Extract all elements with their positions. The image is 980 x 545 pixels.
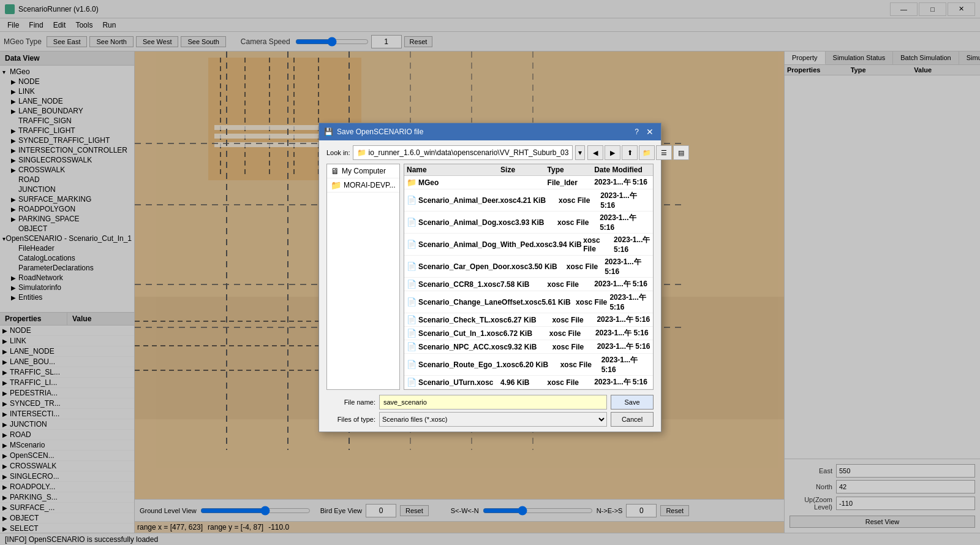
cancel-button[interactable]: Cancel (611, 412, 654, 427)
file-row[interactable]: 📄Scenario_Animal_Deer.xosc 4.21 KiB xosc… (404, 189, 653, 212)
nav-up-button[interactable]: ⬆ (622, 145, 638, 160)
file-row[interactable]: 📄Scenario_Change_LaneOffset.xosc 5.61 Ki… (404, 291, 653, 313)
dialog-sidebar: 🖥My Computer📁MORAI-DEVP... (326, 164, 400, 390)
dialog-body: Look in: 📁 io_runner_1.6.0_win\data\open… (319, 140, 661, 432)
dialog-sidebar-item[interactable]: 📁MORAI-DEVP... (327, 178, 399, 192)
file-row[interactable]: 📄Scenario_Cut_In_1.xosc 6.72 KiB xosc Fi… (404, 327, 653, 340)
lookin-dropdown-button[interactable]: ▾ (575, 145, 585, 160)
file-col-name[interactable]: Name (407, 166, 500, 174)
file-list-header: Name Size Type Date Modified (404, 164, 653, 176)
dialog-footer: File name: Save Files of type: Scenario … (326, 395, 654, 427)
save-dialog: 💾 Save OpenSCENARIO file ? ✕ Look in: 📁 … (318, 123, 662, 432)
file-rows-container: 📁MGeo File_lder 2023-1...午 5:16 📄Scenari… (404, 176, 653, 389)
dialog-help-button[interactable]: ? (632, 127, 641, 137)
lookin-path-text: io_runner_1.6.0_win\data\openscenario\VV… (369, 148, 569, 157)
nav-view-list-button[interactable]: ☰ (656, 145, 672, 160)
file-row[interactable]: 📁MGeo File_lder 2023-1...午 5:16 (404, 176, 653, 189)
nav-view-detail-button[interactable]: ▤ (673, 145, 689, 160)
lookin-row: Look in: 📁 io_runner_1.6.0_win\data\open… (326, 145, 654, 160)
filetype-row: Files of type: Scenario files (*.xosc) C… (326, 412, 654, 427)
save-button[interactable]: Save (611, 395, 654, 410)
filename-row: File name: Save (326, 395, 654, 410)
file-list: Name Size Type Date Modified 📁MGeo File_… (404, 164, 654, 390)
file-row[interactable]: 📄Scenario_UTurn.xosc 4.96 KiB xosc File … (404, 376, 653, 389)
dialog-title: Save OpenSCENARIO file (337, 128, 423, 136)
lookin-label: Look in: (326, 149, 350, 156)
file-row[interactable]: 📄Scenario_Route_Ego_1.xosc 6.20 KiB xosc… (404, 354, 653, 376)
file-row[interactable]: 📄Scenario_Car_Open_Door.xosc 3.50 KiB xo… (404, 256, 653, 278)
file-row[interactable]: 📄Scenario_Animal_Dog.xosc 3.93 KiB xosc … (404, 212, 653, 234)
file-col-type[interactable]: Type (548, 166, 595, 174)
filetype-select[interactable]: Scenario files (*.xosc) (379, 412, 607, 427)
folder-icon-lookin: 📁 (357, 148, 366, 157)
filetype-label: Files of type: (326, 416, 375, 423)
dialog-overlay: 💾 Save OpenSCENARIO file ? ✕ Look in: 📁 … (0, 0, 980, 545)
file-row[interactable]: 📄Scenario_Animal_Dog_With_Ped.xosc 3.94 … (404, 234, 653, 256)
file-row[interactable]: 📄Scenario_CCR8_1.xosc 7.58 KiB xosc File… (404, 278, 653, 291)
file-col-size[interactable]: Size (500, 166, 548, 174)
dialog-titlebar: 💾 Save OpenSCENARIO file ? ✕ (319, 123, 661, 140)
nav-new-folder-button[interactable]: 📁 (639, 145, 655, 160)
file-row[interactable]: 📄Scenario_NPC_ACC.xosc 9.32 KiB xosc Fil… (404, 340, 653, 354)
lookin-path: 📁 io_runner_1.6.0_win\data\openscenario\… (353, 145, 573, 160)
file-col-date[interactable]: Date Modified (594, 166, 650, 174)
filename-input[interactable] (379, 395, 607, 410)
dialog-icon: 💾 (324, 128, 333, 136)
dialog-sidebar-item[interactable]: 🖥My Computer (327, 164, 399, 178)
nav-back-button[interactable]: ◀ (587, 145, 603, 160)
nav-forward-button[interactable]: ▶ (605, 145, 620, 160)
file-row[interactable]: 📄Scenario_Check_TL.xosc 6.27 KiB xosc Fi… (404, 313, 653, 327)
dialog-close-button[interactable]: ✕ (644, 127, 656, 137)
filename-label: File name: (326, 398, 375, 406)
dialog-main: 🖥My Computer📁MORAI-DEVP... Name Size Typ… (326, 164, 654, 390)
